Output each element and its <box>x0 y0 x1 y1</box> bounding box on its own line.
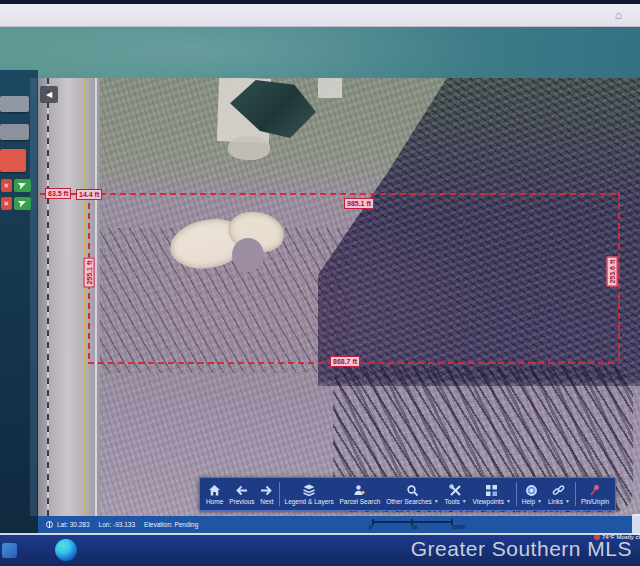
toolbar-parcel-search-button[interactable]: Parcel Search <box>337 480 384 508</box>
toolbar-links-button[interactable]: Links▼ <box>545 480 573 508</box>
measurement-label-segment-a: 63.5 ft <box>45 188 71 199</box>
toolbar-separator <box>516 482 517 506</box>
sidebar-close-button-1[interactable]: ✕ <box>1 179 12 192</box>
gis-app-screen: ⌂ ✕ ✕ 63.5 <box>0 0 640 566</box>
toolbar-viewpoints-button[interactable]: Viewpoints▼ <box>470 480 514 508</box>
map-status-bar: Lat: 30.283 Lon: -93.133 Elevation: Pend… <box>38 516 640 533</box>
browser-home-icon[interactable]: ⌂ <box>615 8 622 22</box>
browser-address-bar[interactable]: ⌂ <box>0 4 640 27</box>
measurement-label-bottom: 868.7 ft <box>330 356 360 367</box>
toolbar-home-button[interactable]: Home <box>203 480 226 508</box>
sidebar-send-button-2[interactable] <box>14 197 31 210</box>
toolbar-help-button[interactable]: Help▼ <box>519 480 545 508</box>
aerial-map-view[interactable]: 63.5 ft 14.4 ft 985.1 ft 868.7 ft 255.1 … <box>38 78 640 516</box>
arrow-left-icon <box>235 484 248 497</box>
caret-down-icon: ▼ <box>434 498 439 504</box>
scale-tick-label: 50 <box>411 524 451 530</box>
scale-tick-label: 100ft <box>451 524 465 530</box>
toolbar-legend-layers-button[interactable]: Legend & Layers <box>282 480 337 508</box>
toolbar-previous-button[interactable]: Previous <box>226 480 257 508</box>
parcel-boundary-top <box>40 193 620 195</box>
globe-icon <box>46 521 53 528</box>
sidebar-gray-button-2[interactable] <box>0 124 29 140</box>
toolbar-next-button[interactable]: Next <box>257 480 276 508</box>
measurement-label-segment-b: 14.4 ft <box>76 189 102 200</box>
taskbar-app-icon[interactable] <box>2 543 17 558</box>
help-icon <box>525 484 538 497</box>
weather-text: 74°F Mostly cloudy <box>602 535 640 540</box>
paper-plane-icon <box>18 199 27 208</box>
paper-plane-icon <box>18 181 27 190</box>
caret-down-icon: ▼ <box>506 498 511 504</box>
measurement-label-left: 255.1 ft <box>84 257 95 287</box>
weather-icon <box>594 535 600 540</box>
caret-down-icon: ▼ <box>462 498 467 504</box>
panel-collapse-button[interactable]: ◀ <box>40 86 58 103</box>
sidebar-close-button-2[interactable]: ✕ <box>1 197 12 210</box>
scale-tick-label: 0 <box>369 524 411 530</box>
toolbar-other-searches-button[interactable]: Other Searches▼ <box>383 480 441 508</box>
sidebar-red-button[interactable] <box>0 149 26 172</box>
pushpin-icon <box>588 484 601 497</box>
map-scale-bar: 0 50 100ft <box>372 519 452 529</box>
toolbar-tools-button[interactable]: Tools▼ <box>442 480 470 508</box>
measurement-label-top: 985.1 ft <box>344 198 374 209</box>
home-icon <box>208 484 221 497</box>
latitude-readout: Lat: 30.283 <box>57 521 90 528</box>
parcel-boundary-right <box>618 193 620 362</box>
elevation-readout: Elevation: Pending <box>144 521 198 528</box>
caret-down-icon: ▼ <box>537 498 542 504</box>
toolbar-pin-unpin-button[interactable]: Pin/Unpin <box>578 480 612 508</box>
sidebar-gray-button-1[interactable] <box>0 96 29 112</box>
layers-icon <box>302 484 316 497</box>
screen-glare <box>632 514 640 535</box>
taskbar-weather-widget[interactable]: 74°F Mostly cloudy <box>594 535 640 542</box>
map-toolbar: Home Previous Next Legend & Layers Parce… <box>199 477 616 511</box>
link-icon <box>552 484 565 497</box>
caret-down-icon: ▼ <box>565 498 570 504</box>
windows-taskbar: Greater Southern MLS 74°F Mostly cloudy <box>0 535 640 566</box>
sidebar-send-button-1[interactable] <box>14 179 31 192</box>
viewpoints-grid-icon <box>485 484 498 497</box>
toolbar-separator <box>279 482 280 506</box>
search-icon <box>406 484 419 497</box>
map-color-tint <box>38 78 640 516</box>
measurement-label-right: 253.6 ft <box>607 256 618 286</box>
edge-browser-icon[interactable] <box>55 539 77 561</box>
tools-icon <box>449 484 462 497</box>
toolbar-separator <box>575 482 576 506</box>
page-header-band <box>0 27 640 78</box>
longitude-readout: Lon: -93.133 <box>99 521 136 528</box>
parcel-search-icon <box>353 484 366 497</box>
arrow-right-icon <box>260 484 273 497</box>
sidebar-edge <box>30 78 37 516</box>
